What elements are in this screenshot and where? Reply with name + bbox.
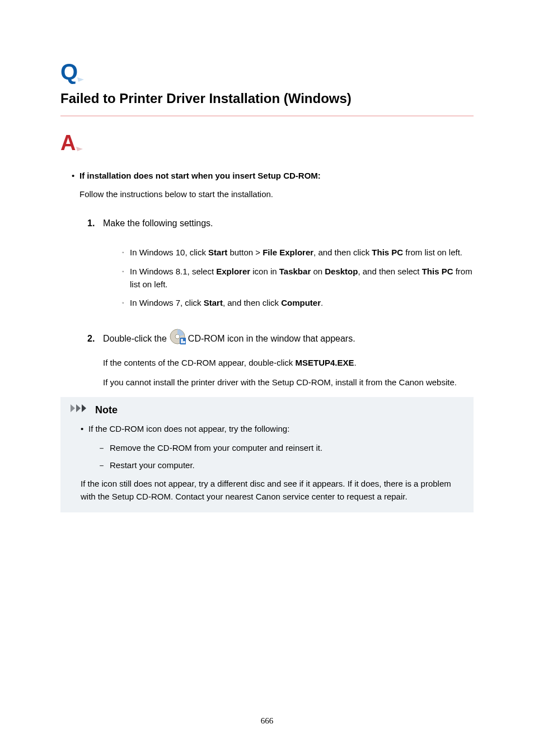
text: . (354, 358, 357, 367)
bullet-icon: • (81, 422, 88, 435)
text: Double-click the (103, 332, 167, 346)
svg-marker-1 (77, 77, 84, 82)
text: button > (227, 248, 263, 257)
note-label: Note (95, 403, 118, 418)
step-1: 1. Make the following settings. (87, 217, 474, 231)
svg-text:Q: Q (60, 60, 78, 84)
text-bold: MSETUP4.EXE (296, 358, 354, 367)
text: . (321, 298, 323, 307)
step-2: 2. Double-click the CD-ROM icon in the w… (87, 328, 474, 349)
text: Restart your computer. (110, 459, 195, 472)
chevron-right-icon (71, 403, 92, 417)
svg-marker-8 (76, 404, 81, 412)
sub-step-w10: ◦ In Windows 10, click Start button > Fi… (122, 246, 474, 259)
text-bold: File Explorer (263, 248, 313, 257)
text: , and then click (313, 248, 372, 257)
dash-icon: － (97, 459, 110, 472)
text-bold: Taskbar (279, 267, 311, 276)
text-bold: Start (208, 248, 227, 257)
section-heading-row: • If installation does not start when yo… (72, 169, 474, 182)
svg-marker-9 (82, 404, 86, 412)
note-sub-2: － Restart your computer. (97, 459, 453, 472)
text: If the CD-ROM icon does not appear, try … (88, 422, 289, 435)
text: , and then select (358, 267, 421, 276)
text: , and then click (223, 298, 281, 307)
text: icon in (250, 267, 279, 276)
note-bullet: • If the CD-ROM icon does not appear, tr… (81, 422, 453, 435)
text: In Windows 7, click (130, 298, 204, 307)
divider (60, 115, 474, 116)
bullet-icon: • (72, 169, 79, 182)
page-title: Failed to Printer Driver Installation (W… (60, 91, 474, 106)
text: In Windows 8.1, select (130, 267, 216, 276)
ring-bullet-icon: ◦ (122, 246, 130, 259)
note-tail: If the icon still does not appear, try a… (81, 477, 453, 503)
page-number: 666 (0, 716, 534, 726)
note-section: Note • If the CD-ROM icon does not appea… (60, 397, 474, 512)
text-bold: This PC (422, 267, 453, 276)
text: on (311, 267, 325, 276)
dash-icon: － (97, 441, 110, 454)
step-2-detail-1: If the contents of the CD-ROM appear, do… (103, 356, 474, 369)
text-bold: This PC (372, 248, 403, 257)
text: Remove the CD-ROM from your computer and… (110, 441, 322, 454)
sub-step-w7: ◦ In Windows 7, click Start, and then cl… (122, 296, 474, 309)
section-intro: Follow the instructions below to start t… (79, 188, 474, 200)
cd-rom-icon (169, 328, 186, 349)
ring-bullet-icon: ◦ (122, 265, 130, 291)
question-icon: Q (60, 60, 474, 84)
text: CD-ROM icon in the window that appears. (188, 332, 355, 346)
text: from list on left. (403, 248, 462, 257)
text-bold: Explorer (216, 267, 250, 276)
step-number: 2. (87, 330, 103, 348)
text: If the contents of the CD-ROM appear, do… (103, 358, 296, 367)
svg-point-5 (175, 334, 180, 339)
svg-text:A: A (60, 132, 76, 155)
ring-bullet-icon: ◦ (122, 296, 130, 309)
note-sub-1: － Remove the CD-ROM from your computer a… (97, 441, 453, 454)
step-2-detail-2: If you cannot install the printer driver… (103, 376, 474, 389)
svg-marker-7 (71, 404, 75, 412)
text: In Windows 10, click (130, 248, 208, 257)
svg-marker-3 (76, 147, 83, 151)
step-number: 1. (87, 217, 103, 231)
text-bold: Desktop (325, 267, 358, 276)
step-text: Make the following settings. (103, 217, 474, 231)
text-bold: Computer (281, 298, 321, 307)
text-bold: Start (204, 298, 223, 307)
section-heading: If installation does not start when you … (79, 169, 474, 182)
sub-step-w81: ◦ In Windows 8.1, select Explorer icon i… (122, 265, 474, 291)
answer-icon: A (60, 132, 474, 155)
